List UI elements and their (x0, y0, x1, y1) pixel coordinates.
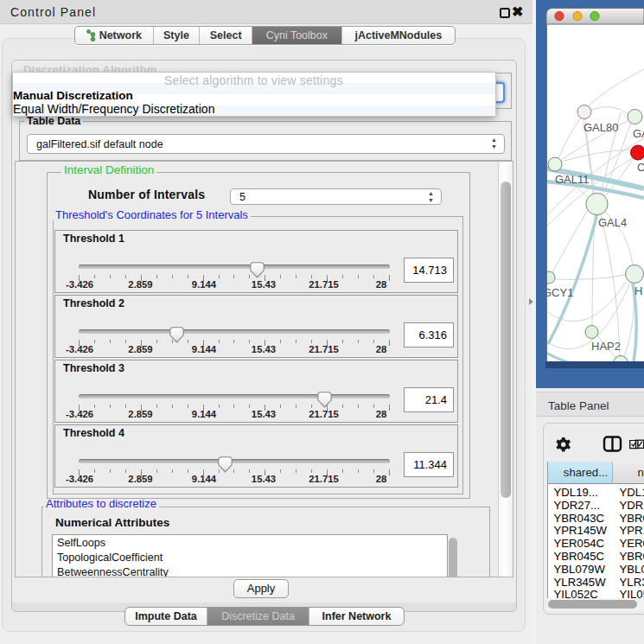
svg-text:H: H (634, 284, 642, 297)
svg-text:GCY1: GCY1 (543, 286, 573, 299)
svg-text:GAL11: GAL11 (555, 173, 590, 186)
svg-text:GAL80: GAL80 (583, 121, 618, 134)
svg-text:HAP2: HAP2 (591, 340, 621, 353)
svg-text:GAL1: GAL1 (633, 127, 644, 140)
svg-text:GAL4: GAL4 (598, 216, 627, 229)
svg-text:C: C (637, 161, 644, 174)
